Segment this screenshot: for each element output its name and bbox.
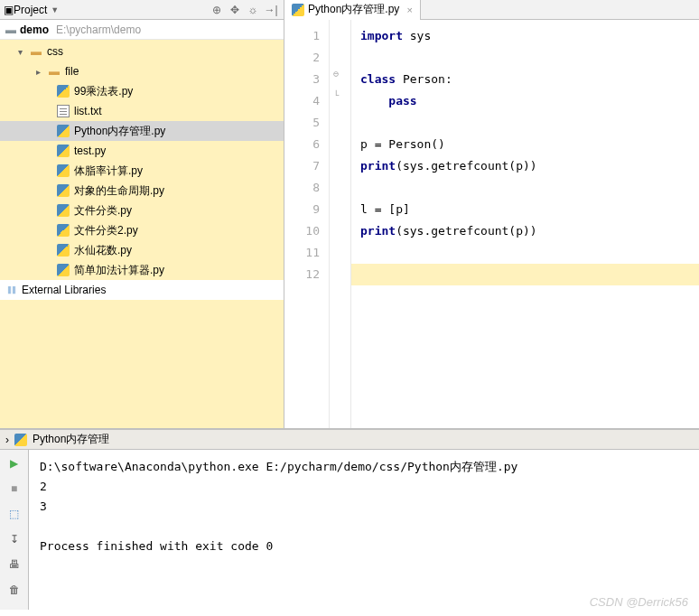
python-icon <box>57 244 70 257</box>
tree-label: list.txt <box>74 105 102 117</box>
folder-icon: ▬ <box>29 44 43 59</box>
scroll-to-end-icon[interactable]: ↧ <box>5 529 24 549</box>
console-exit-line: Process finished with exit code 0 <box>40 539 273 553</box>
editor-tabs: Python内存管理.py × <box>284 0 699 20</box>
python-icon <box>57 184 70 197</box>
clear-icon[interactable]: 🗑 <box>5 580 24 600</box>
run-header: › Python内存管理 <box>0 430 699 450</box>
console-line: D:\software\Anaconda\python.exe E:/pycha… <box>40 460 517 473</box>
tree-label: 简单加法计算器.py <box>74 263 164 278</box>
close-icon[interactable]: × <box>406 5 412 15</box>
console-line: 3 <box>40 499 47 513</box>
external-libraries[interactable]: ⦀⦀ External Libraries <box>0 280 284 300</box>
tree-label: 水仙花数.py <box>74 243 132 258</box>
python-icon <box>57 204 70 217</box>
tree-folder-css[interactable]: ▾ ▬ css <box>0 42 284 61</box>
folder-icon: ▬ <box>47 64 61 79</box>
tree-folder-file[interactable]: ▸ ▬ file <box>0 61 284 81</box>
tab-label: Python内存管理.py <box>308 2 399 17</box>
chevron-down-icon[interactable]: ▾ <box>18 47 29 57</box>
python-icon <box>292 4 304 16</box>
tree-file[interactable]: 对象的生命周期.py <box>0 181 284 201</box>
run-config-name[interactable]: Python内存管理 <box>33 432 109 447</box>
rerun-icon[interactable]: ▶ <box>5 453 24 473</box>
python-icon <box>14 434 27 446</box>
tree-file[interactable]: 文件分类2.py <box>0 220 284 240</box>
run-toolbar: ▶ ■ ⬚ ↧ 🖶 🗑 <box>0 450 29 610</box>
tree-file[interactable]: 99乘法表.py <box>0 81 284 101</box>
settings-icon[interactable]: ☼ <box>244 1 262 19</box>
breadcrumb-root: demo <box>20 23 49 36</box>
tree-label: 99乘法表.py <box>74 84 133 99</box>
tree-file[interactable]: 水仙花数.py <box>0 240 284 260</box>
tree-file[interactable]: list.txt <box>0 101 284 121</box>
project-tool-icon: ▣ <box>4 4 14 16</box>
fold-end-icon[interactable]: └ <box>333 90 339 100</box>
python-icon <box>57 164 70 177</box>
python-icon <box>57 85 70 98</box>
console-output[interactable]: D:\software\Anaconda\python.exe E:/pycha… <box>29 450 699 610</box>
library-icon: ⦀⦀ <box>7 284 16 296</box>
project-title: Project <box>14 4 47 16</box>
tree-file[interactable]: 文件分类.py <box>0 201 284 220</box>
tree-label: css <box>47 45 63 58</box>
folder-icon: ▬ <box>5 23 16 36</box>
chevron-right-icon[interactable]: ▸ <box>36 67 47 77</box>
toggle-soft-wrap-icon[interactable]: ⬚ <box>5 504 24 524</box>
breadcrumb-path: E:\pycharm\demo <box>56 23 141 36</box>
fold-gutter: ⊖ └ <box>330 20 351 428</box>
console-line: 2 <box>40 480 47 493</box>
tree-label: 文件分类.py <box>74 203 132 219</box>
breadcrumb[interactable]: ▬ demo E:\pycharm\demo <box>0 20 284 40</box>
tree-label: 文件分类2.py <box>74 223 138 238</box>
python-icon <box>57 145 70 157</box>
line-gutter: 123456789101112 <box>284 20 330 428</box>
tree-label: 对象的生命周期.py <box>74 183 164 199</box>
tree-file-selected[interactable]: Python内存管理.py <box>0 121 284 141</box>
stop-icon[interactable]: ■ <box>5 479 24 499</box>
locate-icon[interactable]: ✥ <box>226 1 244 19</box>
tree-label: External Libraries <box>22 284 106 296</box>
tree-label: 体脂率计算.py <box>74 163 143 179</box>
python-icon <box>57 224 70 237</box>
code-editor[interactable]: 123456789101112 ⊖ └ import sys class Per… <box>284 20 699 428</box>
watermark: CSDN @Derrick56 <box>590 595 688 609</box>
code-area[interactable]: import sys class Person: pass p = Person… <box>351 20 699 428</box>
tree-label: file <box>65 65 79 78</box>
tree-file[interactable]: test.py <box>0 141 284 161</box>
tree-file[interactable]: 体脂率计算.py <box>0 161 284 181</box>
hide-icon[interactable]: →| <box>262 1 280 19</box>
fold-icon[interactable]: ⊖ <box>333 69 339 79</box>
tree-label: test.py <box>74 145 106 157</box>
project-tree: ▾ ▬ css ▸ ▬ file 99乘法表.py list.txt Pytho… <box>0 40 284 428</box>
run-indicator-icon: › <box>5 434 9 446</box>
collapse-icon[interactable]: ⊕ <box>208 1 226 19</box>
python-icon <box>57 125 70 137</box>
editor-tab[interactable]: Python内存管理.py × <box>284 0 421 20</box>
dropdown-icon[interactable]: ▼ <box>51 5 59 14</box>
text-file-icon <box>57 105 70 117</box>
print-icon[interactable]: 🖶 <box>5 555 24 574</box>
project-header: ▣ Project ▼ ⊕ ✥ ☼ →| <box>0 0 284 20</box>
python-icon <box>57 264 70 276</box>
tree-label: Python内存管理.py <box>74 124 165 139</box>
tree-file[interactable]: 简单加法计算器.py <box>0 260 284 280</box>
